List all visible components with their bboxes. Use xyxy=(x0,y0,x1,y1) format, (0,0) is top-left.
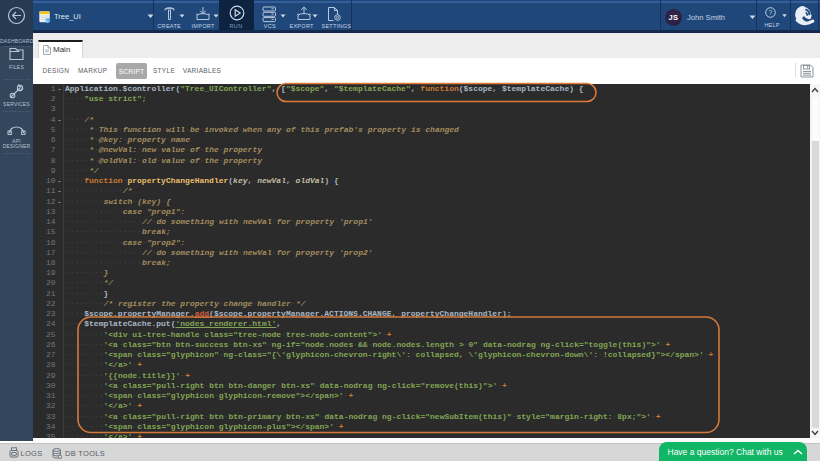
svg-text:?: ? xyxy=(769,9,773,16)
